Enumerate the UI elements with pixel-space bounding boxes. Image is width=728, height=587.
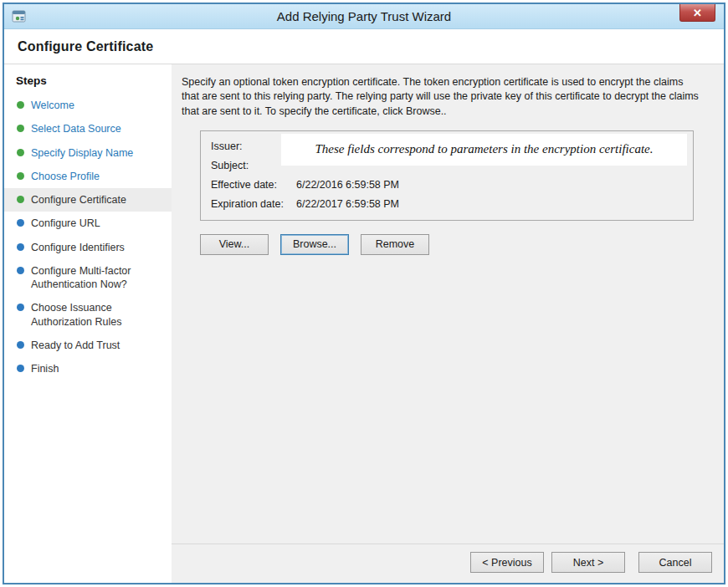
step-label: Choose Issuance Authorization Rules [31, 301, 167, 329]
page-header: Configure Certificate [4, 29, 724, 64]
step-label: Configure URL [31, 217, 100, 230]
cert-field-label: Effective date: [211, 176, 296, 195]
step-status-dot [17, 219, 24, 227]
step-item-welcome: Welcome [4, 94, 172, 117]
step-label: Ready to Add Trust [31, 339, 120, 352]
step-item-specify-display-name: Specify Display Name [4, 141, 172, 165]
cert-field-value: 6/22/2017 6:59:58 PM [296, 195, 399, 214]
step-label: Configure Certificate [31, 193, 126, 207]
step-status-dot [17, 304, 24, 311]
step-status-dot [17, 149, 24, 156]
step-label: Configure Identifiers [31, 241, 125, 254]
steps-heading: Steps [4, 73, 172, 94]
certificate-details-box: Issuer: Subject: Effective date: 6/22/20… [200, 130, 694, 221]
next-button[interactable]: Next > [551, 552, 625, 573]
step-label: Choose Profile [31, 170, 100, 183]
browse-button[interactable]: Browse... [280, 234, 349, 255]
cert-field-effective-date: Effective date: 6/22/2016 6:59:58 PM [211, 176, 684, 195]
cert-field-label: Expiration date: [211, 195, 296, 214]
step-label: Configure Multi-factor Authentication No… [31, 264, 167, 292]
step-status-dot [17, 341, 24, 349]
wizard-window: Add Relying Party Trust Wizard ✕ Configu… [3, 3, 725, 584]
previous-button[interactable]: < Previous [470, 552, 544, 573]
step-item-choose-issuance-rules: Choose Issuance Authorization Rules [4, 296, 172, 334]
step-status-dot [17, 267, 24, 274]
step-item-ready-to-add-trust: Ready to Add Trust [4, 334, 172, 357]
step-status-dot [17, 125, 24, 132]
close-button[interactable]: ✕ [679, 4, 715, 22]
page-title: Configure Certificate [18, 39, 153, 54]
step-label: Select Data Source [31, 122, 121, 135]
steps-sidebar: Steps Welcome Select Data Source Specify… [4, 64, 172, 583]
step-label: Welcome [31, 99, 74, 112]
step-item-configure-identifiers: Configure Identifiers [4, 236, 172, 259]
titlebar: Add Relying Party Trust Wizard ✕ [4, 4, 724, 29]
cert-field-expiration-date: Expiration date: 6/22/2017 6:59:58 PM [211, 195, 684, 214]
step-item-select-data-source: Select Data Source [4, 117, 172, 140]
step-item-finish: Finish [4, 357, 172, 380]
wizard-app-icon [11, 8, 28, 25]
remove-button[interactable]: Remove [361, 234, 429, 255]
step-label: Finish [31, 362, 59, 375]
step-status-dot [17, 101, 24, 109]
cert-field-value: 6/22/2016 6:59:58 PM [296, 176, 399, 195]
cancel-button[interactable]: Cancel [638, 552, 712, 573]
intro-text: Specify an optional token encryption cer… [182, 75, 700, 119]
step-item-configure-mfa: Configure Multi-factor Authentication No… [4, 259, 172, 297]
step-item-configure-url: Configure URL [4, 212, 172, 235]
steps-list: Welcome Select Data Source Specify Displ… [4, 94, 172, 380]
annotation-overlay: These fields correspond to parameters in… [281, 134, 687, 166]
wizard-footer: < Previous Next > Cancel [172, 544, 724, 583]
step-status-dot [17, 365, 24, 372]
main-panel: Specify an optional token encryption cer… [172, 64, 724, 583]
step-status-dot [17, 196, 24, 203]
step-status-dot [17, 172, 24, 180]
window-title: Add Relying Party Trust Wizard [277, 9, 451, 23]
step-item-choose-profile: Choose Profile [4, 165, 172, 188]
step-item-configure-certificate: Configure Certificate [4, 188, 172, 212]
step-label: Specify Display Name [31, 146, 133, 160]
view-button[interactable]: View... [200, 234, 269, 255]
step-status-dot [17, 243, 24, 251]
